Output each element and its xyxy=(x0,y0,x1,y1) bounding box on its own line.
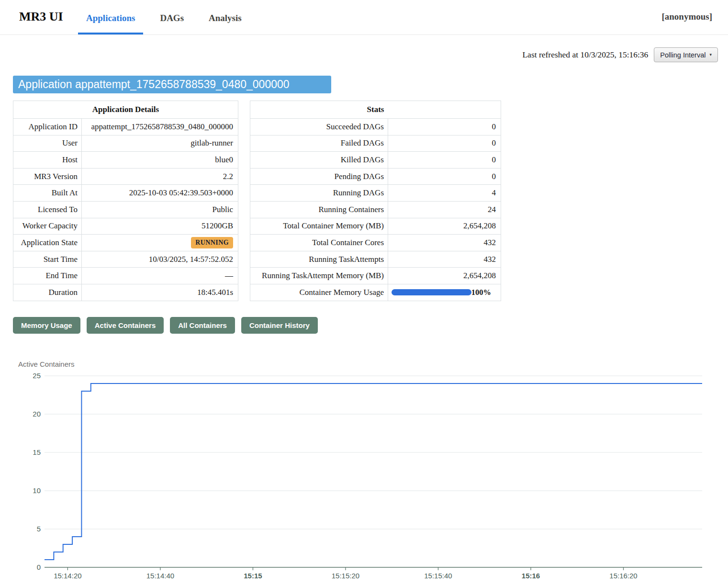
y-tick-label: 15 xyxy=(33,448,41,456)
details-row-value: 18:45.401s xyxy=(82,284,238,301)
details-row: Application StateRUNNING xyxy=(13,235,238,251)
details-row: Duration18:45.401s xyxy=(13,284,238,301)
stats-row-label: Running TaskAttempt Memory (MB) xyxy=(250,268,388,284)
stats-table-title: Stats xyxy=(250,101,501,119)
details-row-value: RUNNING xyxy=(82,235,238,251)
caret-down-icon: ▾ xyxy=(709,53,712,57)
x-tick-label: 15:15:40 xyxy=(424,572,452,580)
y-tick-label: 0 xyxy=(37,563,41,571)
stats-row-value: 0 xyxy=(388,135,501,152)
details-row: End Time— xyxy=(13,268,238,284)
last-refreshed-text: Last refreshed at 10/3/2025, 15:16:36 xyxy=(522,50,648,60)
details-row-label: Application ID xyxy=(13,119,82,135)
x-tick-label: 15:16:20 xyxy=(609,572,637,580)
details-row: Built At2025-10-03 05:42:39.503+0000 xyxy=(13,185,238,202)
details-row-label: Worker Capacity xyxy=(13,218,82,235)
details-row-value: 2025-10-03 05:42:39.503+0000 xyxy=(82,185,238,202)
action-buttons: Memory UsageActive ContainersAll Contain… xyxy=(13,317,318,334)
stats-row-value: 2,654,208 xyxy=(388,218,501,235)
tab-applications[interactable]: Applications xyxy=(78,0,143,34)
details-row-value: appattempt_1752658788539_0480_000000 xyxy=(82,119,238,135)
details-row-value: — xyxy=(82,268,238,284)
stats-row: Running TaskAttempt Memory (MB)2,654,208 xyxy=(250,268,501,284)
brand[interactable]: MR3 UI xyxy=(19,0,63,34)
stats-table: StatsSucceeded DAGs0Failed DAGs0Killed D… xyxy=(250,101,501,301)
y-tick-label: 20 xyxy=(33,410,41,418)
details-row-value: blue0 xyxy=(82,152,238,169)
page-title: Application appattempt_1752658788539_048… xyxy=(13,76,331,93)
x-tick-label: 15:16 xyxy=(522,572,540,580)
details-row-value: 10/03/2025, 14:57:52.052 xyxy=(82,251,238,268)
x-tick-label: 15:15:20 xyxy=(332,572,359,580)
stats-row-label: Failed DAGs xyxy=(250,135,388,152)
details-row: MR3 Version2.2 xyxy=(13,168,238,185)
stats-row-label: Total Container Cores xyxy=(250,235,388,251)
polling-interval-label: Polling Interval xyxy=(660,51,706,59)
stats-row-label: Container Memory Usage xyxy=(250,284,388,301)
stats-row-value: 0 xyxy=(388,119,501,135)
stats-row: Killed DAGs0 xyxy=(250,152,501,169)
status-badge: RUNNING xyxy=(191,237,233,248)
user-label: [anonymous] xyxy=(661,0,712,34)
application-details-table: Application DetailsApplication IDappatte… xyxy=(13,101,238,301)
x-tick-label: 15:14:40 xyxy=(146,572,174,580)
details-row: Hostblue0 xyxy=(13,152,238,169)
container-history-button[interactable]: Container History xyxy=(241,317,318,334)
stats-row: Container Memory Usage100% xyxy=(250,284,501,301)
details-row-value: Public xyxy=(82,201,238,218)
details-row-value: 51200GB xyxy=(82,218,238,235)
details-row-label: Built At xyxy=(13,185,82,202)
stats-row-label: Running TaskAttempts xyxy=(250,251,388,268)
details-row-label: Host xyxy=(13,152,82,169)
stats-row-value: 24 xyxy=(388,201,501,218)
active-containers-chart: 051015202515:14:2015:14:4015:1515:15:201… xyxy=(0,357,728,586)
stats-row: Running DAGs4 xyxy=(250,185,501,202)
details-row-value: gitlab-runner xyxy=(82,135,238,152)
page: MR3 UI ApplicationsDAGsAnalysis [anonymo… xyxy=(0,0,728,586)
stats-row: Failed DAGs0 xyxy=(250,135,501,152)
memory-usage-progressbar xyxy=(392,289,471,295)
details-row: Usergitlab-runner xyxy=(13,135,238,152)
details-row: Licensed ToPublic xyxy=(13,201,238,218)
stats-row: Total Container Cores432 xyxy=(250,235,501,251)
stats-row: Total Container Memory (MB)2,654,208 xyxy=(250,218,501,235)
details-row-label: Duration xyxy=(13,284,82,301)
details-row: Worker Capacity51200GB xyxy=(13,218,238,235)
stats-row-label: Running Containers xyxy=(250,201,388,218)
details-row-label: Licensed To xyxy=(13,201,82,218)
stats-row-value: 0 xyxy=(388,152,501,169)
tab-dags[interactable]: DAGs xyxy=(152,0,192,34)
memory-usage-button[interactable]: Memory Usage xyxy=(13,317,80,334)
stats-row-label: Running DAGs xyxy=(250,185,388,202)
details-row: Application IDappattempt_1752658788539_0… xyxy=(13,119,238,135)
active-containers-button[interactable]: Active Containers xyxy=(87,317,164,334)
stats-row-value: 0 xyxy=(388,168,501,185)
stats-row-value: 100% xyxy=(388,284,501,301)
details-row-label: End Time xyxy=(13,268,82,284)
stats-row: Succeeded DAGs0 xyxy=(250,119,501,135)
stats-row-label: Succeeded DAGs xyxy=(250,119,388,135)
details-row-label: User xyxy=(13,135,82,152)
details-row-label: Start Time xyxy=(13,251,82,268)
all-containers-button[interactable]: All Containers xyxy=(170,317,235,334)
top-nav: MR3 UI ApplicationsDAGsAnalysis [anonymo… xyxy=(0,0,728,35)
tab-analysis[interactable]: Analysis xyxy=(201,0,250,34)
stats-row-label: Total Container Memory (MB) xyxy=(250,218,388,235)
y-tick-label: 10 xyxy=(33,486,41,495)
nav-tabs: ApplicationsDAGsAnalysis xyxy=(78,0,250,34)
details-row: Start Time10/03/2025, 14:57:52.052 xyxy=(13,251,238,268)
polling-interval-button[interactable]: Polling Interval ▾ xyxy=(654,47,718,62)
y-tick-label: 25 xyxy=(33,372,41,380)
stats-row: Pending DAGs0 xyxy=(250,168,501,185)
memory-usage-percent: 100% xyxy=(471,288,491,297)
details-row-label: Application State xyxy=(13,235,82,251)
details-table-title: Application Details xyxy=(13,101,238,119)
details-row-value: 2.2 xyxy=(82,168,238,185)
x-tick-label: 15:15 xyxy=(244,572,262,580)
stats-row-value: 2,654,208 xyxy=(388,268,501,284)
stats-row-value: 432 xyxy=(388,235,501,251)
chart-line xyxy=(45,383,702,560)
stats-row-label: Pending DAGs xyxy=(250,168,388,185)
stats-row: Running TaskAttempts432 xyxy=(250,251,501,268)
y-tick-label: 5 xyxy=(37,525,41,533)
